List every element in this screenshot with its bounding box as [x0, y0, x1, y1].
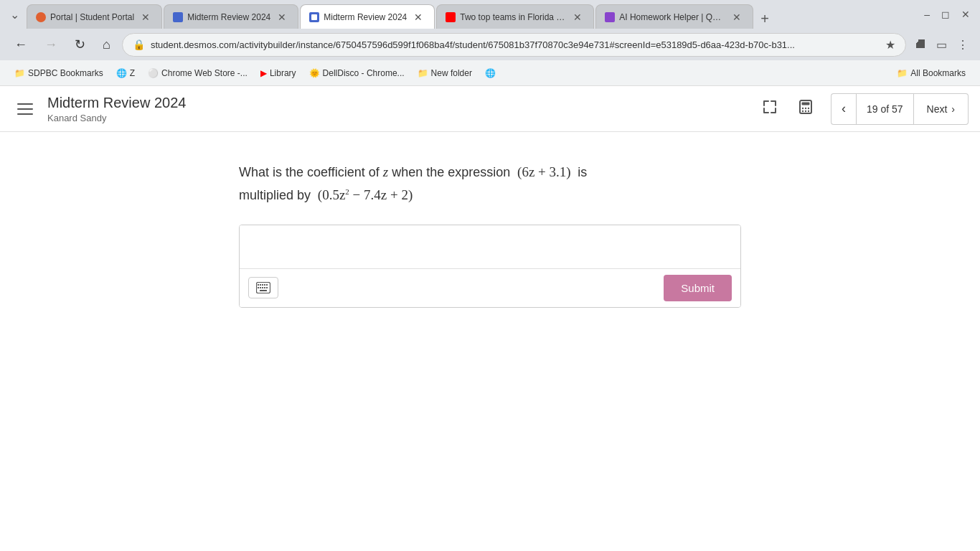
bookmark-icon: 📁	[418, 68, 428, 78]
bookmark-label: New folder	[431, 68, 472, 78]
tab-close-btn[interactable]: ✕	[730, 11, 744, 24]
bookmark-icon: 🌐	[485, 68, 496, 78]
tab-close-btn[interactable]: ✕	[570, 11, 585, 24]
bookmark-star-icon[interactable]: ★	[885, 38, 895, 52]
question-text-before: What is the coefficient of	[239, 165, 383, 179]
svg-rect-1	[801, 103, 809, 105]
svg-rect-11	[262, 284, 263, 286]
extensions-btn[interactable]: ⛘	[912, 35, 929, 54]
svg-rect-12	[264, 284, 265, 286]
tab-youtube[interactable]: Two top teams in Florida ba... ✕	[436, 4, 594, 29]
bookmark-label: DellDisco - Chrome...	[323, 68, 405, 78]
tab-ai-homework[interactable]: AI Homework Helper | Quizge... ✕	[595, 4, 753, 29]
svg-rect-19	[260, 290, 267, 291]
expand-btn[interactable]	[756, 93, 783, 124]
question-text-line2: multiplied by	[239, 188, 314, 202]
bookmark-icon: 📁	[14, 68, 25, 78]
title-section: Midterm Review 2024 Kanard Sandy	[47, 95, 756, 123]
home-btn[interactable]: ⌂	[97, 35, 116, 54]
question-text-middle: when the expression	[388, 165, 514, 179]
tab-scroll-left-btn[interactable]: ⌄	[6, 5, 24, 24]
tab-label: Midterm Review 2024	[324, 12, 407, 22]
submit-btn[interactable]: Submit	[664, 275, 732, 301]
question-expr2: (0.5z2 − 7.4z + 2)	[314, 187, 416, 202]
minimize-btn[interactable]: –	[920, 6, 934, 23]
svg-rect-15	[260, 287, 261, 288]
restore-btn[interactable]: ◻	[937, 6, 954, 23]
reload-btn[interactable]: ↻	[69, 35, 91, 54]
student-name: Kanard Sandy	[47, 113, 756, 123]
secure-icon: 🔒	[133, 39, 145, 50]
tab-close-btn[interactable]: ✕	[275, 11, 289, 24]
cast-btn[interactable]: ▭	[933, 35, 950, 55]
close-window-btn[interactable]: ✕	[957, 6, 974, 23]
more-btn[interactable]: ⋮	[954, 35, 971, 55]
bookmarks-folder-icon: 📁	[897, 68, 908, 78]
bookmark-label: SDPBC Bookmarks	[28, 68, 103, 78]
tab-midterm-review-2-active[interactable]: Midterm Review 2024 ✕	[300, 4, 435, 29]
menu-btn[interactable]	[11, 98, 39, 121]
tab-close-btn[interactable]: ✕	[411, 11, 425, 24]
forward-btn[interactable]: →	[39, 35, 63, 54]
tab-portal-student-portal[interactable]: Portal | Student Portal ✕	[27, 4, 162, 29]
answer-box: Submit	[239, 225, 741, 308]
bookmark-chrome-store[interactable]: ⚪ Chrome Web Store -...	[142, 65, 253, 81]
svg-point-2	[802, 108, 804, 109]
bookmark-new-folder[interactable]: 📁 New folder	[412, 65, 478, 81]
tab-favicon	[36, 12, 46, 22]
bookmark-globe[interactable]: 🌐	[479, 65, 501, 81]
svg-rect-18	[266, 287, 268, 288]
nav-controls: ‹ 19 of 57 Next ›	[831, 93, 969, 125]
bookmark-icon: 🌐	[116, 68, 127, 78]
keyboard-icon	[256, 282, 270, 293]
answer-input[interactable]	[240, 225, 740, 268]
expr2-coeff1: 0.5z	[322, 187, 345, 202]
tab-bar-right: – ◻ ✕	[920, 6, 974, 23]
menu-line-3	[17, 113, 33, 115]
bookmarks-bar: 📁 SDPBC Bookmarks 🌐 Z ⚪ Chrome Web Store…	[0, 60, 980, 86]
expr1-const: 3.1	[550, 164, 567, 179]
bookmark-label: Library	[270, 68, 296, 78]
tabs-container: Portal | Student Portal ✕ Midterm Review…	[27, 0, 914, 29]
expr2-exp: 2	[345, 187, 349, 196]
bookmark-icon: ▶	[260, 68, 267, 78]
bookmark-z[interactable]: 🌐 Z	[110, 65, 141, 81]
keyboard-btn[interactable]	[248, 277, 278, 298]
tab-midterm-review-1[interactable]: Midterm Review 2024 ✕	[164, 4, 298, 29]
question-text-after: is	[574, 165, 587, 179]
expr2-coeff2: 7.4z	[364, 187, 387, 202]
svg-point-3	[805, 108, 806, 109]
tab-favicon	[446, 12, 456, 22]
question-expr1: (6z + 3.1)	[514, 164, 574, 179]
next-page-btn[interactable]: Next ›	[914, 93, 969, 125]
all-bookmarks-btn[interactable]: 📁 All Bookmarks	[891, 65, 971, 81]
page-counter: 19 of 57	[856, 93, 914, 125]
tab-favicon	[173, 12, 183, 22]
next-label: Next	[927, 103, 948, 115]
bookmark-label: Z	[130, 68, 135, 78]
prev-page-btn[interactable]: ‹	[831, 93, 856, 125]
tab-close-btn[interactable]: ✕	[138, 11, 153, 24]
header-center-controls	[756, 93, 819, 124]
activity-title: Midterm Review 2024	[47, 95, 756, 111]
bookmark-sdpbc[interactable]: 📁 SDPBC Bookmarks	[9, 65, 109, 81]
svg-rect-14	[258, 287, 259, 288]
svg-rect-13	[266, 284, 268, 286]
tab-bar: ⌄ Portal | Student Portal ✕ Midterm Revi…	[0, 0, 980, 29]
tab-label: Portal | Student Portal	[50, 12, 134, 22]
address-input-wrap: 🔒 student.desmos.com/activitybuilder/ins…	[122, 33, 906, 57]
tab-label: Midterm Review 2024	[187, 12, 270, 22]
bookmark-icon: ⚪	[148, 68, 159, 78]
calculator-btn[interactable]	[792, 93, 819, 124]
question-container: What is the coefficient of z when the ex…	[239, 161, 741, 308]
tab-favicon	[309, 12, 319, 22]
bookmark-library[interactable]: ▶ Library	[255, 65, 302, 81]
svg-rect-10	[260, 284, 261, 286]
address-text[interactable]: student.desmos.com/activitybuilder/insta…	[151, 39, 880, 50]
svg-point-4	[808, 108, 809, 109]
question-text: What is the coefficient of z when the ex…	[239, 161, 741, 207]
new-tab-btn[interactable]: +	[755, 9, 775, 29]
browser-chrome: ⌄ Portal | Student Portal ✕ Midterm Revi…	[0, 0, 980, 86]
back-btn[interactable]: ←	[9, 35, 33, 54]
bookmark-delldisco[interactable]: 🌞 DellDisco - Chrome...	[303, 65, 410, 81]
